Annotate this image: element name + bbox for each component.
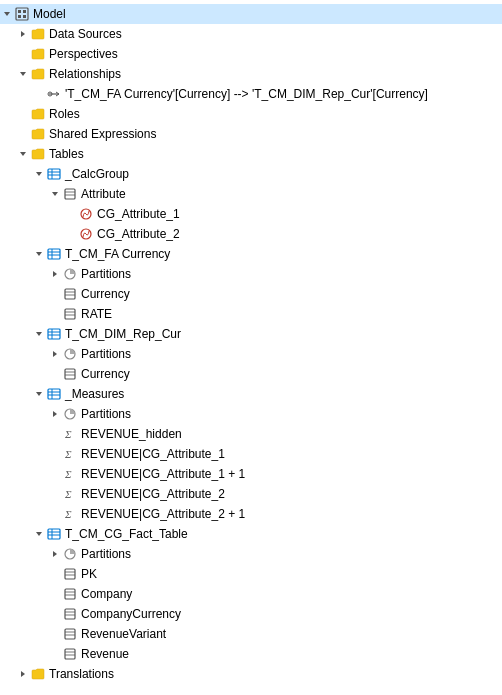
expand-arrow-calcgroup[interactable] xyxy=(32,167,46,181)
tree-item-cg-attr2[interactable]: CG_Attribute_2 xyxy=(0,224,502,244)
tree-item-rel1[interactable]: 'T_CM_FA Currency'[Currency] --> 'T_CM_D… xyxy=(0,84,502,104)
tree-item-company-currency[interactable]: CompanyCurrency xyxy=(0,604,502,624)
tree-item-tcm-dim-rep-cur[interactable]: T_CM_DIM_Rep_Cur xyxy=(0,324,502,344)
partitions-icon xyxy=(62,546,78,562)
svg-rect-5 xyxy=(23,15,26,18)
folder-icon xyxy=(30,126,46,142)
tree-item-cg-attr1[interactable]: CG_Attribute_1 xyxy=(0,204,502,224)
tree-item-partitions4[interactable]: Partitions xyxy=(0,544,502,564)
svg-rect-2 xyxy=(18,10,21,13)
measure-sigma-icon: Σ xyxy=(62,426,78,442)
tree-item-tcm-fa-currency[interactable]: T_CM_FA Currency xyxy=(0,244,502,264)
svg-text:Σ: Σ xyxy=(64,468,72,480)
svg-marker-79 xyxy=(21,671,25,677)
column-icon xyxy=(62,286,78,302)
tree-label-rel1: 'T_CM_FA Currency'[Currency] --> 'T_CM_D… xyxy=(65,87,428,101)
expand-arrow-partitions4[interactable] xyxy=(48,547,62,561)
tree-item-partitions2[interactable]: Partitions xyxy=(0,344,502,364)
expand-arrow-translations[interactable] xyxy=(16,667,30,681)
svg-rect-3 xyxy=(23,10,26,13)
tree-label-tables: Tables xyxy=(49,147,84,161)
tree-item-currency2[interactable]: Currency xyxy=(0,364,502,384)
tree-item-tcm-cg-fact[interactable]: T_CM_CG_Fact_Table xyxy=(0,524,502,544)
table-icon xyxy=(46,166,62,182)
tree-item-data-sources[interactable]: Data Sources xyxy=(0,24,502,44)
tree-item-tables[interactable]: Tables xyxy=(0,144,502,164)
tree-label-partitions4: Partitions xyxy=(81,547,131,561)
tree-item-roles[interactable]: Roles xyxy=(0,104,502,124)
expand-arrow-tcm-cg-fact[interactable] xyxy=(32,527,46,541)
svg-rect-70 xyxy=(65,609,75,619)
folder-icon xyxy=(30,26,46,42)
tree-item-revenue[interactable]: Revenue xyxy=(0,644,502,664)
tree-item-measures[interactable]: _Measures xyxy=(0,384,502,404)
tree-item-partitions1[interactable]: Partitions xyxy=(0,264,502,284)
expand-arrow-tcm-fa-currency[interactable] xyxy=(32,247,46,261)
measure-sigma-icon: Σ xyxy=(62,486,78,502)
folder-icon xyxy=(30,66,46,82)
column-icon xyxy=(62,566,78,582)
expand-arrow-tables[interactable] xyxy=(16,147,30,161)
svg-marker-11 xyxy=(36,172,42,176)
svg-marker-57 xyxy=(36,532,42,536)
svg-marker-7 xyxy=(20,72,26,76)
tree-label-cg-attr2: CG_Attribute_2 xyxy=(97,227,180,241)
tree-item-rev-cg1[interactable]: ΣREVENUE|CG_Attribute_1 xyxy=(0,444,502,464)
tree-item-calcgroup[interactable]: _CalcGroup xyxy=(0,164,502,184)
tree-label-currency1: Currency xyxy=(81,287,130,301)
tree-item-attribute[interactable]: Attribute xyxy=(0,184,502,204)
tree-item-relationships[interactable]: Relationships xyxy=(0,64,502,84)
expand-arrow-model[interactable] xyxy=(0,7,14,21)
tree-label-rev-cg1: REVENUE|CG_Attribute_1 xyxy=(81,447,225,461)
tree-item-partitions3[interactable]: Partitions xyxy=(0,404,502,424)
tree-item-rev-cg1plus1[interactable]: ΣREVENUE|CG_Attribute_1 + 1 xyxy=(0,464,502,484)
expand-arrow-data-sources[interactable] xyxy=(16,27,30,41)
column-icon xyxy=(62,646,78,662)
tree-item-currency1[interactable]: Currency xyxy=(0,284,502,304)
tree-item-rev-hidden[interactable]: ΣREVENUE_hidden xyxy=(0,424,502,444)
svg-marker-40 xyxy=(53,351,57,357)
tree-label-company-currency: CompanyCurrency xyxy=(81,607,181,621)
expand-arrow-partitions1[interactable] xyxy=(48,267,62,281)
tree-item-shared-expressions[interactable]: Shared Expressions xyxy=(0,124,502,144)
expand-arrow-measures[interactable] xyxy=(32,387,46,401)
folder-icon xyxy=(30,46,46,62)
svg-marker-27 xyxy=(53,271,57,277)
tree-item-pk[interactable]: PK xyxy=(0,564,502,584)
tree-item-model[interactable]: Model xyxy=(0,4,502,24)
tree-label-rate: RATE xyxy=(81,307,112,321)
svg-rect-1 xyxy=(16,8,28,20)
folder-icon xyxy=(30,146,46,162)
tree-item-perspectives[interactable]: Perspectives xyxy=(0,44,502,64)
tree-item-revenue-variant[interactable]: RevenueVariant xyxy=(0,624,502,644)
tree-label-currency2: Currency xyxy=(81,367,130,381)
tree-item-rate[interactable]: RATE xyxy=(0,304,502,324)
expand-arrow-relationships[interactable] xyxy=(16,67,30,81)
expand-arrow-tcm-dim-rep-cur[interactable] xyxy=(32,327,46,341)
expand-arrow-partitions2[interactable] xyxy=(48,347,62,361)
svg-text:Σ: Σ xyxy=(64,488,72,500)
tree-item-translations[interactable]: Translations xyxy=(0,664,502,684)
tree-item-rev-cg2[interactable]: ΣREVENUE|CG_Attribute_2 xyxy=(0,484,502,504)
tree-label-cg-attr1: CG_Attribute_1 xyxy=(97,207,180,221)
expand-arrow-partitions3[interactable] xyxy=(48,407,62,421)
tree-label-pk: PK xyxy=(81,567,97,581)
tree-item-rev-cg2plus1[interactable]: ΣREVENUE|CG_Attribute_2 + 1 xyxy=(0,504,502,524)
tree-item-company[interactable]: Company xyxy=(0,584,502,604)
column-icon xyxy=(62,306,78,322)
tree-label-shared-expressions: Shared Expressions xyxy=(49,127,156,141)
svg-rect-4 xyxy=(18,15,21,18)
measure-sigma-icon: Σ xyxy=(62,466,78,482)
tree-label-measures: _Measures xyxy=(65,387,124,401)
table-icon xyxy=(46,386,62,402)
tree-label-attribute: Attribute xyxy=(81,187,126,201)
tree-label-roles: Roles xyxy=(49,107,80,121)
tree-label-model: Model xyxy=(33,7,66,21)
expand-arrow-attribute[interactable] xyxy=(48,187,62,201)
measure-sigma-icon: Σ xyxy=(62,506,78,522)
table-icon xyxy=(46,526,62,542)
tree-label-data-sources: Data Sources xyxy=(49,27,122,41)
tree-label-revenue-variant: RevenueVariant xyxy=(81,627,166,641)
folder-icon xyxy=(30,106,46,122)
measure-icon xyxy=(78,206,94,222)
